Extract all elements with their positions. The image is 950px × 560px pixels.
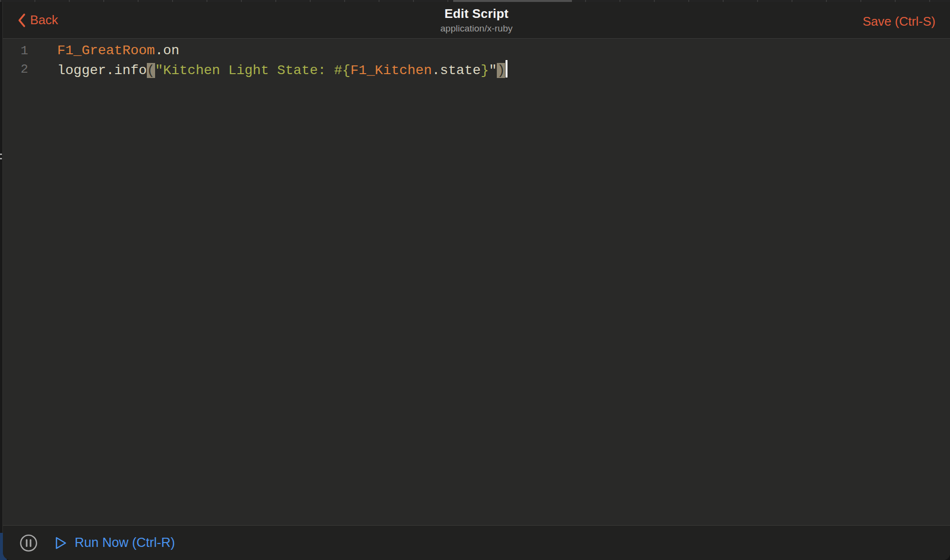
code-token: "Kitchen Light State: #{ (155, 63, 350, 78)
text-cursor (506, 60, 507, 78)
matching-bracket: ( (147, 63, 155, 78)
navbar: Back Edit Script application/x-ruby Save… (3, 2, 950, 39)
code-token: F1_Kitchen (350, 63, 432, 78)
code-editor[interactable]: 1F1_GreatRoom.on2logger.info("Kitchen Li… (3, 39, 950, 525)
edit-script-sheet: Back Edit Script application/x-ruby Save… (3, 2, 950, 560)
code-line[interactable]: 2logger.info("Kitchen Light State: #{F1_… (3, 60, 950, 78)
play-icon (54, 536, 67, 550)
code-lines: 1F1_GreatRoom.on2logger.info("Kitchen Li… (3, 42, 950, 78)
code-token: .on (155, 43, 179, 58)
code-line-text: F1_GreatRoom.on (57, 42, 179, 60)
background-fragment (0, 154, 2, 155)
code-token: } (481, 63, 489, 78)
background-fragment (0, 158, 2, 159)
run-now-label: Run Now (Ctrl-R) (75, 535, 175, 550)
page-title: Edit Script (3, 6, 950, 21)
matching-bracket: ) (497, 63, 505, 78)
code-line-text: logger.info("Kitchen Light State: #{F1_K… (57, 60, 507, 78)
code-line[interactable]: 1F1_GreatRoom.on (3, 42, 950, 60)
code-token: F1_GreatRoom (57, 43, 155, 58)
code-token: .state (432, 63, 481, 78)
line-number: 1 (3, 42, 28, 60)
screen: Back Edit Script application/x-ruby Save… (0, 0, 950, 560)
pause-circle-icon[interactable] (19, 534, 38, 552)
bottom-toolbar: Run Now (Ctrl-R) (3, 525, 950, 560)
page-subtitle: application/x-ruby (3, 23, 950, 34)
run-now-button[interactable]: Run Now (Ctrl-R) (54, 535, 175, 550)
line-number: 2 (3, 60, 28, 78)
code-token: " (489, 63, 497, 78)
code-token: logger.info (57, 63, 147, 78)
save-button[interactable]: Save (Ctrl-S) (863, 14, 935, 29)
